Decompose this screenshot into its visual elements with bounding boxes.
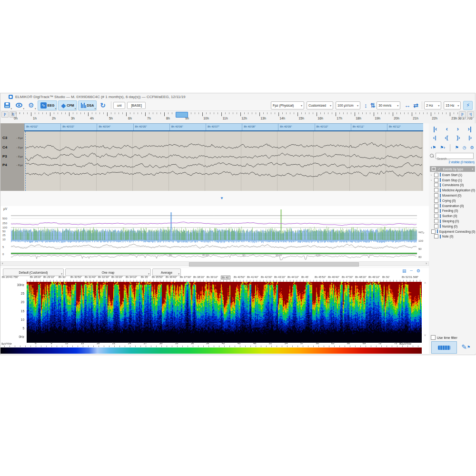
speed-select[interactable]: 30 mm/s▾	[377, 101, 400, 109]
event-checkbox[interactable]	[434, 219, 438, 223]
event-checkbox[interactable]	[431, 229, 436, 234]
vertical-compress-icon[interactable]: ⇅	[370, 102, 375, 109]
go-prev-button[interactable]: ‹	[446, 125, 448, 132]
aeeg-scrollbar-thumb[interactable]	[189, 262, 359, 267]
event-type-row[interactable]: Crying (0)	[430, 198, 475, 203]
events-header[interactable]: ✓ Events by type ▾	[430, 166, 475, 172]
eeg-trace-area[interactable]	[24, 131, 423, 191]
base-button[interactable]: [BASE]	[127, 102, 146, 109]
aeeg-scroll-right-icon[interactable]: ›	[426, 262, 427, 266]
event-type-row[interactable]: Movement (0)	[430, 193, 475, 198]
dsa-timestamp: 8h 44'10"	[288, 276, 299, 278]
eeg-time-segments-bar[interactable]: 8h 40'02"8h 40'03"8h 40'04"8h 40'05"8h 4…	[24, 123, 423, 131]
title-bar: ELMIKO® DigiTrack™ Studio — M. 0X99D66C4…	[0, 93, 475, 100]
event-type-row[interactable]: Feeding (0)	[430, 208, 475, 214]
event-type-row[interactable]: Examination (0)	[430, 203, 475, 208]
filters-toggle[interactable]: ⚡	[463, 101, 473, 110]
expand-icon[interactable]: ›	[430, 178, 433, 181]
side-scroll-up-icon[interactable]: ˄	[424, 281, 426, 285]
aeeg-scroll-left-icon[interactable]: ‹	[2, 262, 3, 266]
event-checkbox[interactable]	[434, 204, 438, 208]
page-end-button[interactable]: |›	[468, 135, 472, 140]
event-checkbox[interactable]	[434, 214, 438, 218]
uni-button[interactable]: uni	[113, 102, 125, 109]
save-button[interactable]: ▾	[2, 101, 12, 110]
splitter-arrow-icon[interactable]: ▼	[220, 196, 224, 200]
dsa-settings-icon[interactable]: ⚙	[416, 268, 420, 273]
page-start-button[interactable]: ‹|	[433, 135, 436, 140]
event-checkbox[interactable]	[434, 198, 438, 203]
aeeg-chart-canvas[interactable]	[0, 206, 429, 260]
measure-icon[interactable]: ┄	[410, 268, 413, 273]
cfm-view-toggle[interactable]: ◆ CFM▾	[58, 100, 77, 110]
ruler-position-thumb[interactable]	[176, 112, 188, 118]
horizontal-expand-icon[interactable]: ↔	[404, 102, 410, 109]
aeeg-scrollbar[interactable]: ‹ ›	[0, 261, 429, 266]
eeg-view-toggle[interactable]: ∿ EEG▾	[38, 100, 58, 110]
channel-gutter: C3 - Fpz C4 - Fpz P3 - Fpz P4 - Fpz	[0, 123, 25, 191]
edit-events-button[interactable]: ✎ ⚑	[459, 341, 473, 353]
event-search-box[interactable]	[436, 153, 474, 159]
segment-prev-button[interactable]: ‹[	[445, 135, 448, 140]
event-checkbox[interactable]	[434, 193, 438, 198]
event-type-row[interactable]: › Exam Stop (1)	[430, 178, 475, 183]
filter-icon: ⚡	[466, 102, 470, 109]
time-marker-button[interactable]: ◷	[463, 145, 466, 150]
settings-button[interactable]: ⚙▾	[26, 101, 37, 110]
go-last-button[interactable]: ›|	[468, 125, 472, 132]
go-first-button[interactable]: |‹	[433, 125, 437, 132]
lowcut-filter-select[interactable]: 2 Hz▾	[424, 101, 441, 109]
event-checkbox[interactable]	[434, 178, 438, 182]
ruler-hour-label: 4h	[82, 117, 101, 120]
add-flag-button[interactable]: ⚑	[455, 145, 459, 150]
refresh-button[interactable]: ↻	[98, 101, 108, 110]
montage-select[interactable]: Fpz (Physical)▾	[271, 101, 304, 109]
event-checkbox[interactable]	[434, 208, 438, 213]
next-event-flag-button[interactable]: ⚑›	[440, 145, 445, 150]
event-color-bar	[440, 188, 441, 192]
event-settings-button[interactable]: ⚙	[470, 145, 474, 150]
event-checkbox[interactable]	[434, 234, 438, 238]
frequency-tick: 15	[0, 309, 24, 313]
event-type-row[interactable]: Note (0)	[430, 234, 475, 239]
colorbar-tick: 6	[33, 342, 39, 345]
event-checkbox[interactable]	[434, 224, 438, 228]
segment-next-button[interactable]: ]›	[456, 135, 460, 140]
event-type-row[interactable]: Medicine Application (0)	[430, 188, 475, 193]
event-type-row[interactable]: Convulsions (0)	[430, 183, 475, 188]
sensitivity-select[interactable]: 100 µV/cm▾	[336, 101, 360, 109]
ruler-next-button[interactable]: |›	[459, 111, 466, 118]
dsa-view-toggle[interactable]: DSA▾	[78, 100, 97, 110]
time-filter-checkbox[interactable]	[431, 335, 436, 340]
colorbar-tick: 45	[236, 342, 242, 345]
event-type-row[interactable]: Sleeping (0)	[430, 218, 475, 224]
profile-select[interactable]: Customized▾	[307, 101, 333, 109]
dsa-option-button[interactable]: One map▾	[65, 268, 151, 276]
event-type-row[interactable]: Nursing (0)	[430, 224, 475, 229]
vertical-expand-icon[interactable]: ↕	[364, 102, 367, 109]
event-checkbox[interactable]	[434, 173, 438, 177]
dsa-timestamp: 8h 46'40"	[328, 276, 339, 278]
event-type-row[interactable]: › Exam Start (1)	[430, 172, 475, 178]
ruler-last-button[interactable]: ›|	[467, 111, 474, 118]
horizontal-compress-icon[interactable]: ⇄	[413, 102, 418, 109]
event-type-row[interactable]: Equipment Connecting (0)	[430, 229, 475, 234]
event-type-row[interactable]: Suction (0)	[430, 213, 475, 218]
event-checkbox[interactable]	[434, 183, 438, 187]
dsa-option-button[interactable]: Average▾	[152, 268, 181, 276]
dsa-spectrogram-canvas[interactable]	[27, 282, 422, 343]
dsa-timestamp: 8h 31'40"	[85, 276, 96, 278]
view-button[interactable]: ▾	[13, 101, 25, 110]
expand-icon[interactable]: ›	[430, 173, 433, 176]
side-scroll-down-icon[interactable]: ˅	[424, 334, 426, 337]
time-range-button[interactable]	[431, 341, 457, 354]
prev-event-flag-button[interactable]: ‹⚑	[431, 145, 436, 150]
event-checkbox[interactable]	[434, 188, 438, 192]
event-color-bar	[440, 209, 441, 213]
export-icon[interactable]: ▤	[402, 268, 407, 273]
go-next-button[interactable]: ›	[457, 125, 459, 132]
highcut-filter-select[interactable]: 15 Hz▾	[444, 101, 461, 109]
dsa-option-button[interactable]: Default (Customized)▾	[3, 268, 64, 276]
event-type-label: Exam Start (1)	[442, 173, 462, 177]
event-type-label: Feeding (0)	[442, 209, 458, 212]
